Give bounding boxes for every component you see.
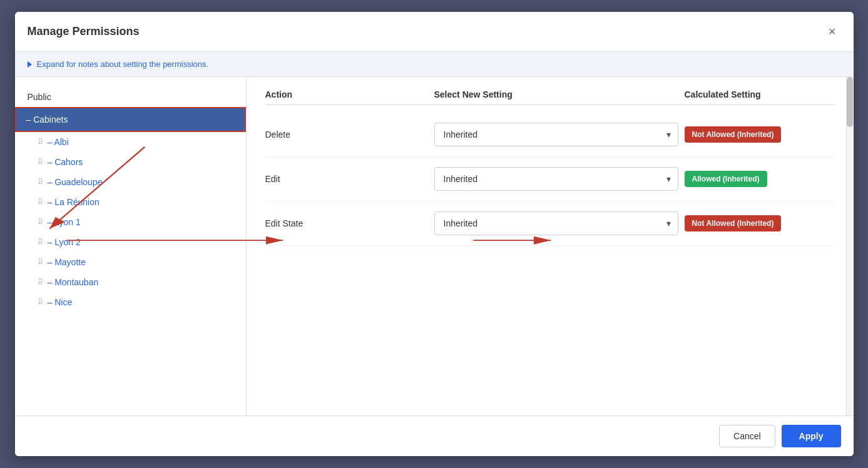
sidebar-item-cabinets[interactable]: – Cabinets: [15, 107, 246, 132]
permissions-panel: Action Select New Setting Calculated Set…: [247, 77, 854, 415]
sidebar-item-montauban-label: – Montauban: [48, 277, 99, 287]
calculated-badge-edit-state: Not Allowed (Inherited): [685, 215, 782, 231]
header-select-new-setting: Select New Setting: [434, 89, 678, 99]
drag-dots-icon: ⠿: [38, 298, 44, 307]
sidebar-item-albi-label: – Albi: [48, 137, 69, 147]
badge-delete: Not Allowed (Inherited): [685, 126, 835, 143]
modal-title: Manage Permissions: [28, 25, 140, 38]
close-button[interactable]: ×: [824, 22, 841, 41]
permission-row-edit: Edit Inherited Allowed Not Allowed ▾ All…: [265, 157, 835, 201]
cancel-button[interactable]: Cancel: [719, 425, 775, 447]
content-area: Public – Cabinets ⠿ – Albi ⠿ – Cahors: [15, 77, 854, 415]
sidebar-item-lyon1[interactable]: ⠿ – Lyon 1: [15, 212, 246, 232]
permission-row-delete: Delete Inherited Allowed Not Allowed ▾ N…: [265, 113, 835, 157]
drag-dots-icon: ⠿: [38, 138, 44, 146]
sidebar-item-lyon1-label: – Lyon 1: [48, 217, 81, 227]
calculated-badge-edit: Allowed (Inherited): [685, 171, 767, 187]
badge-edit-state: Not Allowed (Inherited): [685, 215, 835, 231]
select-edit[interactable]: Inherited Allowed Not Allowed: [434, 167, 678, 191]
sidebar-item-guadeloupe-label: – Guadeloupe: [48, 177, 103, 187]
sidebar-item-nice[interactable]: ⠿ – Nice: [15, 292, 246, 312]
select-edit-state[interactable]: Inherited Allowed Not Allowed: [434, 211, 678, 235]
modal-overlay: Manage Permissions × Expand for notes ab…: [0, 0, 868, 468]
action-label-delete: Delete: [265, 130, 428, 140]
drag-dots-icon: ⠿: [38, 258, 44, 267]
sidebar-item-la-reunion-label: – La Réunion: [48, 197, 100, 207]
notes-bar-label: Expand for notes about setting the permi…: [37, 59, 209, 69]
select-wrapper-delete: Inherited Allowed Not Allowed ▾: [434, 123, 678, 146]
badge-edit: Allowed (Inherited): [685, 171, 835, 187]
scroll-track[interactable]: [846, 77, 854, 415]
sidebar-item-cahors[interactable]: ⠿ – Cahors: [15, 152, 246, 172]
apply-button[interactable]: Apply: [782, 425, 841, 447]
sidebar-item-albi[interactable]: ⠿ – Albi: [15, 132, 246, 152]
action-label-edit: Edit: [265, 174, 428, 184]
sidebar-item-lyon2-label: – Lyon 2: [48, 237, 81, 247]
header-calculated-setting: Calculated Setting: [685, 89, 835, 99]
sidebar-item-cabinets-label: – Cabinets: [26, 114, 68, 125]
scroll-thumb: [847, 77, 853, 127]
drag-dots-icon: ⠿: [38, 238, 44, 247]
select-delete[interactable]: Inherited Allowed Not Allowed: [434, 123, 678, 146]
calculated-badge-delete: Not Allowed (Inherited): [685, 126, 782, 143]
sidebar-item-nice-label: – Nice: [48, 297, 73, 307]
modal-body: Expand for notes about setting the permi…: [15, 52, 854, 415]
sidebar-public-label: Public: [15, 87, 246, 107]
sidebar-item-la-reunion[interactable]: ⠿ – La Réunion: [15, 192, 246, 212]
sidebar-item-montauban[interactable]: ⠿ – Montauban: [15, 272, 246, 292]
action-label-edit-state: Edit State: [265, 218, 428, 228]
drag-dots-icon: ⠿: [38, 178, 44, 186]
sidebar-item-lyon2[interactable]: ⠿ – Lyon 2: [15, 232, 246, 252]
drag-dots-icon: ⠿: [38, 158, 44, 166]
notes-bar[interactable]: Expand for notes about setting the permi…: [15, 52, 854, 77]
modal-footer: Cancel Apply: [15, 415, 854, 456]
modal-header: Manage Permissions ×: [15, 12, 854, 52]
drag-dots-icon: ⠿: [38, 198, 44, 206]
modal: Manage Permissions × Expand for notes ab…: [15, 12, 854, 456]
sidebar-item-guadeloupe[interactable]: ⠿ – Guadeloupe: [15, 172, 246, 192]
sidebar: Public – Cabinets ⠿ – Albi ⠿ – Cahors: [15, 77, 247, 415]
sidebar-item-mayotte-label: – Mayotte: [48, 257, 86, 267]
sidebar-item-cahors-label: – Cahors: [48, 157, 83, 167]
header-action: Action: [265, 89, 428, 99]
sidebar-item-mayotte[interactable]: ⠿ – Mayotte: [15, 252, 246, 272]
permissions-header: Action Select New Setting Calculated Set…: [265, 89, 835, 105]
drag-dots-icon: ⠿: [38, 278, 44, 287]
drag-dots-icon: ⠿: [38, 218, 44, 226]
permission-row-edit-state: Edit State Inherited Allowed Not Allowed…: [265, 201, 835, 246]
select-wrapper-edit-state: Inherited Allowed Not Allowed ▾: [434, 211, 678, 235]
select-wrapper-edit: Inherited Allowed Not Allowed ▾: [434, 167, 678, 191]
expand-triangle-icon: [28, 61, 32, 68]
